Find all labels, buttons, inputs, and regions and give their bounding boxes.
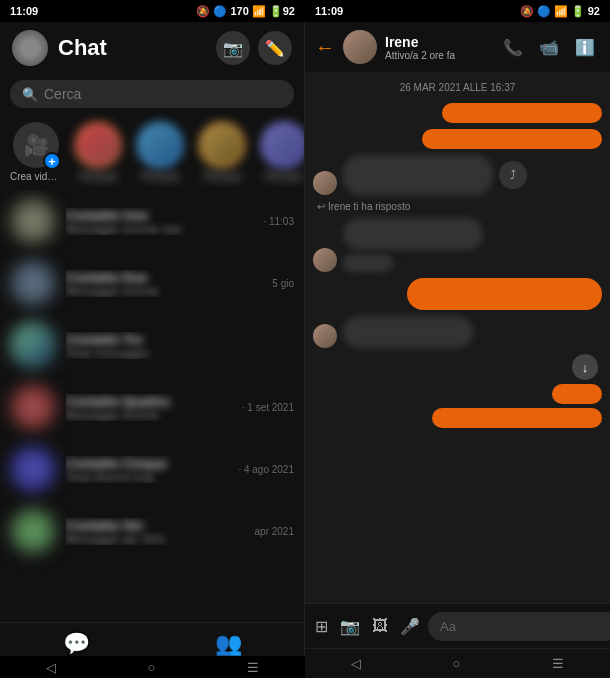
message-input[interactable] bbox=[428, 612, 610, 641]
message-bubble bbox=[343, 155, 493, 195]
status-icons-left: 🔕🔵170📶🔋92 bbox=[196, 5, 295, 18]
edit-icon-btn[interactable]: ✏️ bbox=[258, 31, 292, 65]
story-item-4[interactable]: Persona bbox=[258, 122, 304, 182]
search-icon: 🔍 bbox=[22, 87, 38, 102]
message-bubble-small bbox=[343, 254, 393, 272]
message-row: ⤴ bbox=[313, 155, 602, 195]
story-create-label: Crea videochiama... bbox=[10, 171, 62, 182]
mic-icon[interactable]: 🎤 bbox=[396, 613, 424, 640]
share-button[interactable]: ⤴ bbox=[499, 161, 527, 189]
grid-icon[interactable]: ⊞ bbox=[311, 613, 332, 640]
right-header: ← Irene Attivo/a 2 ore fa 📞 📹 ℹ️ bbox=[305, 22, 610, 72]
message-row bbox=[313, 408, 602, 428]
chat-item[interactable]: Contatto Cinque Testo blurred msg · 4 ag… bbox=[0, 438, 304, 500]
message-row bbox=[313, 316, 602, 348]
message-bubble bbox=[343, 316, 473, 348]
left-header: Chat 📷 ✏️ bbox=[0, 22, 304, 74]
back-button[interactable]: ← bbox=[315, 36, 335, 59]
search-input[interactable] bbox=[44, 86, 282, 102]
message-row bbox=[313, 384, 602, 404]
sender-avatar bbox=[313, 248, 337, 272]
contact-status: Attivo/a 2 ore fa bbox=[385, 50, 490, 61]
sender-avatar bbox=[313, 171, 337, 195]
chat-time: · 4 ago 2021 bbox=[238, 464, 294, 475]
info-button[interactable]: ℹ️ bbox=[570, 32, 600, 62]
chat-time: · 11:03 bbox=[263, 216, 294, 227]
camera-input-icon[interactable]: 📷 bbox=[336, 613, 364, 640]
scroll-down-button[interactable]: ↓ bbox=[572, 354, 598, 380]
input-bar: ⊞ 📷 🖼 🎤 😊 👍 bbox=[305, 603, 610, 648]
status-time-left: 11:09 bbox=[10, 5, 38, 17]
back-gesture-left[interactable]: ◁ bbox=[46, 660, 56, 675]
message-bubble bbox=[422, 129, 602, 149]
message-bubble bbox=[442, 103, 602, 123]
message-row bbox=[313, 278, 602, 310]
messages-area: 26 MAR 2021 ALLE 16:37 ⤴ Irene ti ha ris… bbox=[305, 72, 610, 603]
message-row bbox=[313, 103, 602, 123]
people-nav-icon: 👥 bbox=[215, 631, 242, 657]
chat-list: Contatto Uno Messaggio recente ciao · 11… bbox=[0, 190, 304, 622]
recents-gesture[interactable]: ☰ bbox=[552, 656, 564, 671]
back-gesture[interactable]: ◁ bbox=[351, 656, 361, 671]
message-bubble bbox=[343, 218, 483, 250]
home-gesture-left[interactable]: ○ bbox=[148, 660, 156, 675]
story-item-3[interactable]: Persona bbox=[196, 122, 248, 182]
contact-avatar bbox=[343, 30, 377, 64]
story-item-2[interactable]: Persona bbox=[134, 122, 186, 182]
chat-item[interactable]: Contatto Sei Messaggio apr 2021 apr 2021 bbox=[0, 500, 304, 562]
chat-time: apr 2021 bbox=[255, 526, 294, 537]
contact-name: Irene bbox=[385, 34, 490, 50]
message-row bbox=[313, 129, 602, 149]
message-bubble bbox=[407, 278, 602, 310]
message-row bbox=[313, 218, 602, 272]
chat-item[interactable]: Contatto Quattro Messaggio recente · 1 s… bbox=[0, 376, 304, 438]
story-item-1[interactable]: Persona bbox=[72, 122, 124, 182]
status-icons-right: 🔕🔵📶🔋92 bbox=[520, 5, 600, 18]
chat-time: 5 gio bbox=[272, 278, 294, 289]
reply-indicator: Irene ti ha risposto bbox=[313, 201, 602, 212]
story-row: 🎥 + Crea videochiama... Persona Persona … bbox=[0, 114, 304, 190]
page-title: Chat bbox=[58, 35, 206, 61]
chat-item[interactable]: Contatto Tre Testo messaggio bbox=[0, 314, 304, 376]
chat-item[interactable]: Contatto Uno Messaggio recente ciao · 11… bbox=[0, 190, 304, 252]
camera-icon-btn[interactable]: 📷 bbox=[216, 31, 250, 65]
user-avatar bbox=[12, 30, 48, 66]
date-label: 26 MAR 2021 ALLE 16:37 bbox=[313, 78, 602, 97]
chat-nav-icon: 💬 bbox=[63, 631, 90, 657]
home-gesture[interactable]: ○ bbox=[453, 656, 461, 671]
sender-avatar bbox=[313, 324, 337, 348]
status-time-right: 11:09 bbox=[315, 5, 343, 17]
gallery-icon[interactable]: 🖼 bbox=[368, 613, 392, 639]
call-button[interactable]: 📞 bbox=[498, 32, 528, 62]
search-bar[interactable]: 🔍 bbox=[10, 80, 294, 108]
chat-item[interactable]: Contatto Due Messaggio recente 5 gio bbox=[0, 252, 304, 314]
video-call-button[interactable]: 📹 bbox=[534, 32, 564, 62]
chat-time: · 1 set 2021 bbox=[242, 402, 294, 413]
story-item-create[interactable]: 🎥 + Crea videochiama... bbox=[10, 122, 62, 182]
message-bubble bbox=[432, 408, 602, 428]
message-bubble bbox=[552, 384, 602, 404]
recents-gesture-left[interactable]: ☰ bbox=[247, 660, 259, 675]
system-nav-right: ◁ ○ ☰ bbox=[305, 648, 610, 678]
